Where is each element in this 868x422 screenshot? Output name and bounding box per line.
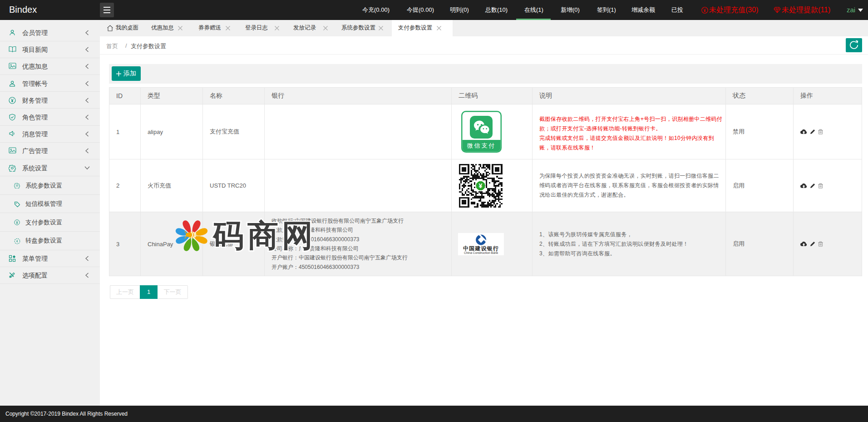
- svg-text:¥: ¥: [479, 182, 483, 189]
- svg-text:中国建设银行: 中国建设银行: [463, 245, 499, 251]
- svg-text:微信支付: 微信支付: [467, 142, 496, 149]
- svg-text:China Construction Bank: China Construction Bank: [464, 251, 498, 254]
